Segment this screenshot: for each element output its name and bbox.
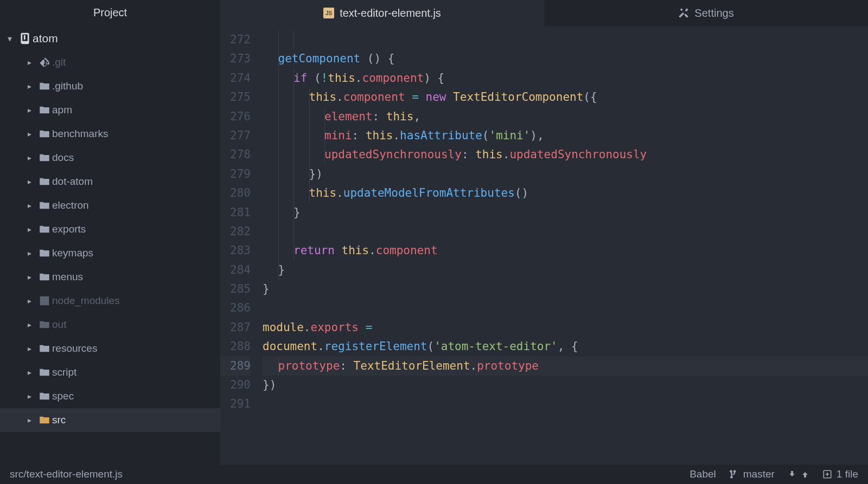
tree-item-label: node_modules — [52, 295, 120, 307]
pkg-icon — [37, 295, 52, 306]
chevron-right-icon[interactable] — [22, 177, 37, 186]
chevron-right-icon[interactable] — [22, 58, 37, 67]
chevron-down-icon[interactable] — [2, 34, 17, 44]
folder-icon — [37, 319, 52, 330]
line-number[interactable]: 284 — [220, 261, 251, 280]
line-number[interactable]: 274 — [220, 69, 251, 88]
line-number[interactable]: 277 — [220, 126, 251, 145]
tree-item-spec[interactable]: spec — [0, 384, 220, 408]
tree-item-keymaps[interactable]: keymaps — [0, 241, 220, 265]
chevron-right-icon[interactable] — [22, 416, 37, 424]
line-number[interactable]: 280 — [220, 184, 251, 203]
tree-item-resources[interactable]: resources — [0, 337, 220, 360]
code-line[interactable]: return this.component — [263, 241, 868, 260]
status-diff[interactable]: 1 file — [822, 468, 858, 480]
line-number[interactable]: 281 — [220, 203, 251, 222]
tab-file[interactable]: JS text-editor-element.js — [220, 0, 544, 26]
chevron-right-icon[interactable] — [22, 320, 37, 329]
tab-file-label: text-editor-element.js — [340, 7, 441, 20]
folder-icon — [37, 152, 52, 163]
tree-item-apm[interactable]: apm — [0, 98, 220, 122]
tree-item-docs[interactable]: docs — [0, 146, 220, 170]
tree-item-script[interactable]: script — [0, 360, 220, 384]
tree-item-label: menus — [52, 271, 83, 283]
chevron-right-icon[interactable] — [22, 296, 37, 305]
tree-item-src[interactable]: src — [0, 408, 220, 432]
tree-item-menus[interactable]: menus — [0, 265, 220, 289]
tree-item-label: benchmarks — [52, 128, 108, 140]
tab-bar: JS text-editor-element.js Settings — [220, 0, 868, 26]
text-editor[interactable]: 2722732742752762772782792802812822832842… — [220, 26, 868, 464]
code-line[interactable]: } — [263, 203, 868, 222]
line-number[interactable]: 275 — [220, 88, 251, 107]
code-line[interactable]: }) — [263, 165, 868, 184]
tab-settings[interactable]: Settings — [544, 0, 868, 26]
tree-item-dot-atom[interactable]: dot-atom — [0, 170, 220, 193]
code-line[interactable]: module.exports = — [263, 318, 868, 337]
tree-item-out[interactable]: out — [0, 313, 220, 337]
code-content[interactable]: getComponent () {if (!this.component) {t… — [263, 30, 868, 464]
chevron-right-icon[interactable] — [22, 392, 37, 401]
line-number[interactable]: 282 — [220, 222, 251, 241]
tree-item--github[interactable]: .github — [0, 74, 220, 98]
code-line[interactable]: document.registerElement('atom-text-edit… — [263, 337, 868, 356]
chevron-right-icon[interactable] — [22, 225, 37, 234]
chevron-right-icon[interactable] — [22, 249, 37, 257]
code-line[interactable]: mini: this.hasAttribute('mini'), — [263, 126, 868, 145]
chevron-right-icon[interactable] — [22, 106, 37, 114]
line-number[interactable]: 286 — [220, 299, 251, 318]
code-line[interactable] — [263, 222, 868, 241]
status-branch[interactable]: master — [729, 468, 775, 480]
tree-item-label: out — [52, 319, 66, 331]
code-line[interactable]: element: this, — [263, 107, 868, 126]
code-line[interactable]: this.updateModelFromAttributes() — [263, 184, 868, 203]
code-line[interactable]: getComponent () { — [263, 49, 868, 68]
code-line[interactable]: } — [263, 280, 868, 299]
status-file-path[interactable]: src/text-editor-element.js — [10, 468, 123, 480]
line-number[interactable]: 287 — [220, 318, 251, 337]
chevron-right-icon[interactable] — [22, 201, 37, 210]
line-number[interactable]: 285 — [220, 280, 251, 299]
file-tree: atom .git.githubapmbenchmarksdocsdot-ato… — [0, 27, 220, 464]
code-line[interactable]: } — [263, 261, 868, 280]
code-line[interactable]: prototype: TextEditorElement.prototype — [263, 357, 868, 376]
tree-item-benchmarks[interactable]: benchmarks — [0, 122, 220, 146]
code-line[interactable] — [263, 30, 868, 49]
chevron-right-icon[interactable] — [22, 273, 37, 281]
code-line[interactable] — [263, 299, 868, 318]
line-number[interactable]: 290 — [220, 376, 251, 395]
tree-item-exports[interactable]: exports — [0, 217, 220, 241]
arrow-down-icon[interactable] — [788, 470, 796, 479]
tree-item--git[interactable]: .git — [0, 50, 220, 74]
tree-item-electron[interactable]: electron — [0, 193, 220, 217]
status-grammar[interactable]: Babel — [690, 468, 716, 480]
line-number[interactable]: 289 — [220, 357, 251, 376]
chevron-right-icon[interactable] — [22, 82, 37, 91]
code-line[interactable] — [263, 395, 868, 414]
line-number[interactable]: 278 — [220, 145, 251, 164]
chevron-right-icon[interactable] — [22, 368, 37, 377]
code-line[interactable]: }) — [263, 376, 868, 395]
code-line[interactable]: updatedSynchronously: this.updatedSynchr… — [263, 145, 868, 164]
line-number-gutter[interactable]: 2722732742752762772782792802812822832842… — [220, 30, 263, 464]
tree-root[interactable]: atom — [0, 27, 220, 50]
code-line[interactable]: this.component = new TextEditorComponent… — [263, 88, 868, 107]
tools-icon — [678, 8, 689, 18]
folder-icon — [37, 343, 52, 354]
line-number[interactable]: 272 — [220, 30, 251, 49]
line-number[interactable]: 291 — [220, 395, 251, 414]
chevron-right-icon[interactable] — [22, 130, 37, 138]
arrow-up-icon[interactable] — [801, 470, 809, 479]
tree-item-node-modules[interactable]: node_modules — [0, 289, 220, 313]
chevron-right-icon[interactable] — [22, 344, 37, 353]
line-number[interactable]: 276 — [220, 107, 251, 126]
line-number[interactable]: 273 — [220, 49, 251, 68]
folder-icon — [37, 224, 52, 235]
tree-root-label: atom — [33, 32, 58, 45]
line-number[interactable]: 288 — [220, 337, 251, 356]
repo-icon — [17, 33, 33, 44]
chevron-right-icon[interactable] — [22, 153, 37, 162]
line-number[interactable]: 283 — [220, 241, 251, 260]
code-line[interactable]: if (!this.component) { — [263, 69, 868, 88]
line-number[interactable]: 279 — [220, 165, 251, 184]
